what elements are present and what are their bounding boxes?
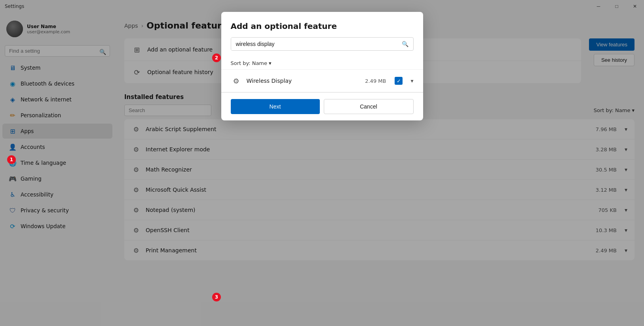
modal-sort-label: Sort by: [231, 60, 251, 66]
modal-feature-gear-icon: ⚙ [231, 75, 242, 86]
feature-checkbox[interactable]: ✓ [395, 77, 403, 85]
modal-footer: Next Cancel [221, 92, 423, 120]
step-badge-1: 1 [7, 155, 16, 164]
modal-search-icon: 🔍 [397, 38, 413, 50]
sort-dropdown-icon: ▾ [269, 60, 272, 66]
modal-title: Add an optional feature [231, 21, 414, 31]
next-button[interactable]: Next [231, 99, 320, 114]
modal-feature-size: 2.49 MB [365, 78, 386, 84]
modal-feature-wireless[interactable]: ⚙ Wireless Display 2.49 MB ✓ ▾ [221, 70, 423, 92]
modal-search-row: 🔍 [231, 37, 414, 51]
step-badge-2: 2 [212, 53, 221, 62]
modal-search-input[interactable] [231, 38, 397, 50]
modal-feature-name: Wireless Display [247, 78, 361, 84]
add-feature-modal: Add an optional feature 🔍 Sort by: Name … [221, 12, 423, 120]
modal-overlay: 2 3 Add an optional feature 🔍 Sort by: N… [0, 0, 644, 326]
modal-sort-value: Name [252, 60, 267, 66]
modal-sort-row[interactable]: Sort by: Name ▾ [221, 57, 423, 70]
step-badge-3: 3 [212, 293, 221, 301]
modal-header: Add an optional feature 🔍 [221, 12, 423, 57]
cancel-button[interactable]: Cancel [324, 99, 414, 114]
modal-expand-icon[interactable]: ▾ [410, 78, 413, 84]
modal-body: ⚙ Wireless Display 2.49 MB ✓ ▾ [221, 70, 423, 92]
